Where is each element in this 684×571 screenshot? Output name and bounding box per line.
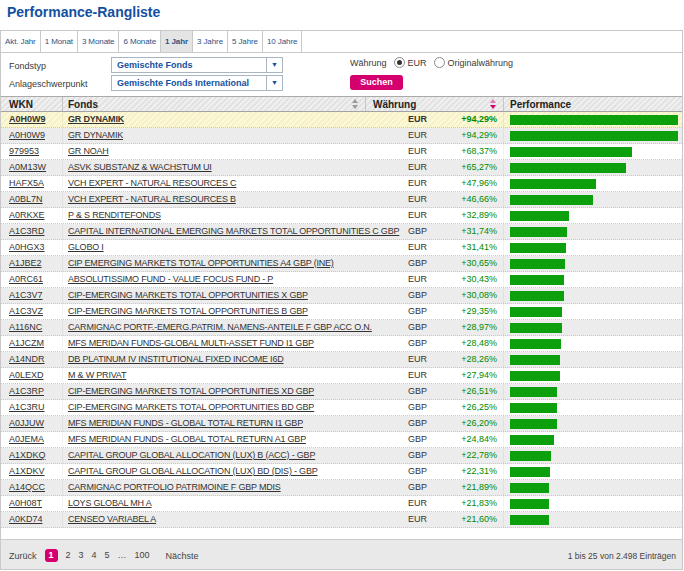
wkn-link[interactable]: A0RKXE (9, 210, 45, 220)
fonds-link[interactable]: CIP-EMERGING MARKETS TOTAL OPPORTUNITIES… (68, 402, 314, 412)
column-header-wkn[interactable]: WKN (1, 97, 63, 111)
fonds-link[interactable]: CARMIGNAC PORTFOLIO PATRIMOINE F GBP MDI… (68, 482, 281, 492)
currency-value: EUR (408, 368, 427, 383)
fonds-link[interactable]: MFS MERIDIAN FUNDS - GLOBAL TOTAL RETURN… (68, 434, 306, 444)
tab-3-monate[interactable]: 3 Monate (78, 31, 120, 52)
table-row: A116NC CARMIGNAC PORTF.-EMERG.PATRIM. NA… (1, 320, 682, 336)
fonds-link[interactable]: GR NOAH (68, 146, 109, 156)
fonds-link[interactable]: VCH EXPERT - NATURAL RESOURCES C (68, 178, 236, 188)
wkn-link[interactable]: A14QCC (9, 482, 45, 492)
pagination-page-active[interactable]: 1 (45, 549, 58, 562)
performance-value: +29,35% (461, 304, 503, 319)
performance-value: +30,08% (461, 288, 503, 303)
fonds-link[interactable]: CAPITAL GROUP GLOBAL ALLOCATION (LUX) B … (68, 450, 315, 460)
tab-10-jahre[interactable]: 10 Jahre (263, 31, 302, 52)
fonds-link[interactable]: GR DYNAMIK (68, 114, 124, 124)
table-row: A1C3RD CAPITAL INTERNATIONAL EMERGING MA… (1, 224, 682, 240)
currency-value: EUR (408, 192, 427, 207)
wkn-link[interactable]: A0HGX3 (9, 242, 45, 252)
fonds-link[interactable]: CARMIGNAC PORTF.-EMERG.PATRIM. NAMENS-AN… (68, 322, 372, 332)
currency-value: EUR (408, 208, 427, 223)
chevron-down-icon[interactable]: ▼ (266, 58, 282, 72)
wkn-link[interactable]: A0JEMA (9, 434, 44, 444)
column-header-fonds[interactable]: Fonds (63, 97, 366, 111)
wkn-link[interactable]: HAFX5A (9, 178, 44, 188)
wkn-link[interactable]: A1XDKQ (9, 450, 46, 460)
fonds-link[interactable]: ABSOLUTISSIMO FUND - VALUE FOCUS FUND - … (68, 274, 273, 284)
fonds-link[interactable]: ASVK SUBSTANZ & WACHSTUM UI (68, 162, 212, 172)
performance-bar (510, 419, 557, 429)
wkn-link[interactable]: A0H0W9 (9, 130, 45, 140)
tab-akt-jahr[interactable]: Akt. Jahr (1, 31, 41, 52)
pagination-page[interactable]: 4 (92, 550, 97, 560)
sort-icon-fonds[interactable] (352, 99, 359, 110)
fonds-link[interactable]: CIP EMERGING MARKETS TOTAL OPPORTUNITIES… (68, 258, 334, 268)
fonds-link[interactable]: MFS MERIDIAN FUNDS - GLOBAL TOTAL RETURN… (68, 418, 303, 428)
waehrung-label: Währung (350, 58, 387, 68)
column-header-waehrung[interactable]: Währung (366, 97, 504, 111)
wkn-link[interactable]: A1JCZM (9, 338, 44, 348)
pagination-page[interactable]: 3 (79, 550, 84, 560)
currency-cell: GBP+29,35% (366, 304, 504, 319)
wkn-link[interactable]: A1C3RD (9, 226, 45, 236)
radio-eur[interactable] (394, 57, 405, 68)
fonds-link[interactable]: GLOBO I (68, 242, 104, 252)
fonds-link[interactable]: P & S RENDITEFONDS (68, 210, 161, 220)
tab-1-jahr[interactable]: 1 Jahr (161, 31, 193, 52)
performance-value: +32,89% (461, 208, 503, 223)
tab-5-jahre[interactable]: 5 Jahre (228, 31, 263, 52)
pagination-next[interactable]: Nächste (166, 551, 199, 561)
fonds-link[interactable]: CAPITAL INTERNATIONAL EMERGING MARKETS T… (68, 226, 399, 236)
tab-3-jahre[interactable]: 3 Jahre (193, 31, 228, 52)
page: { "page_title": "Performance-Rangliste",… (0, 0, 684, 571)
wkn-link[interactable]: A0M13W (9, 162, 46, 172)
currency-cell: EUR+46,66% (366, 192, 504, 207)
anlageschwerpunkt-select[interactable]: Gemischte Fonds International ▼ (111, 75, 283, 91)
pagination-page[interactable]: 2 (66, 550, 71, 560)
wkn-link[interactable]: A1C3RU (9, 402, 45, 412)
radio-originalwährung[interactable] (434, 57, 445, 68)
wkn-link[interactable]: A0H08T (9, 498, 42, 508)
wkn-link[interactable]: 979953 (9, 146, 39, 156)
fondstyp-select[interactable]: Gemischte Fonds ▼ (111, 57, 283, 73)
fonds-link[interactable]: CAPITAL GROUP GLOBAL ALLOCATION (LUX) BD… (68, 466, 318, 476)
pagination-back[interactable]: Zurück (9, 551, 37, 561)
wkn-link[interactable]: A0LEXD (9, 370, 44, 380)
wkn-link[interactable]: A1C3VZ (9, 306, 43, 316)
fonds-link[interactable]: CIP-EMERGING MARKETS TOTAL OPPORTUNITIES… (68, 290, 308, 300)
table-row: A0BL7N VCH EXPERT - NATURAL RESOURCES B … (1, 192, 682, 208)
currency-cell: GBP+24,84% (366, 432, 504, 447)
table-row: A0RC61 ABSOLUTISSIMO FUND - VALUE FOCUS … (1, 272, 682, 288)
wkn-link[interactable]: A1C3V7 (9, 290, 43, 300)
wkn-link[interactable]: A0JJUW (9, 418, 44, 428)
performance-bar (510, 131, 678, 141)
wkn-link[interactable]: A1JBE2 (9, 258, 42, 268)
column-header-performance[interactable]: Performance (504, 97, 680, 111)
pagination-page[interactable]: 5 (105, 550, 110, 560)
fonds-link[interactable]: GR DYNAMIK (68, 130, 123, 140)
fonds-link[interactable]: CIP-EMERGING MARKETS TOTAL OPPORTUNITIES… (68, 386, 314, 396)
suchen-button[interactable]: Suchen (350, 75, 403, 90)
fonds-link[interactable]: CENSEO VARIABEL A (68, 514, 156, 524)
chevron-down-icon[interactable]: ▼ (266, 76, 282, 90)
fonds-link[interactable]: M & W PRIVAT (68, 370, 126, 380)
tab-1-monat[interactable]: 1 Monat (41, 31, 78, 52)
fonds-link[interactable]: LOYS GLOBAL MH A (68, 498, 152, 508)
performance-value: +46,66% (461, 192, 503, 207)
wkn-link[interactable]: A0RC61 (9, 274, 43, 284)
wkn-link[interactable]: A0KD74 (9, 514, 43, 524)
performance-bar (510, 275, 564, 285)
fonds-link[interactable]: CIP-EMERGING MARKETS TOTAL OPPORTUNITIES… (68, 306, 308, 316)
wkn-link[interactable]: A14NDR (9, 354, 45, 364)
tab-6-monate[interactable]: 6 Monate (119, 31, 161, 52)
fonds-link[interactable]: DB PLATINUM IV INSTITUTIONAL FIXED INCOM… (68, 354, 284, 364)
wkn-link[interactable]: A1XDKV (9, 466, 45, 476)
fonds-link[interactable]: MFS MERIDAN FUNDS-GLOBAL MULTI-ASSET FUN… (68, 338, 314, 348)
wkn-link[interactable]: A116NC (9, 322, 42, 332)
pagination-page[interactable]: 100 (135, 550, 150, 560)
wkn-link[interactable]: A1C3RP (9, 386, 44, 396)
wkn-link[interactable]: A0BL7N (9, 194, 43, 204)
wkn-link[interactable]: A0H0W9 (9, 114, 46, 124)
sort-icon-performance-active[interactable] (490, 99, 497, 110)
fonds-link[interactable]: VCH EXPERT - NATURAL RESOURCES B (68, 194, 236, 204)
